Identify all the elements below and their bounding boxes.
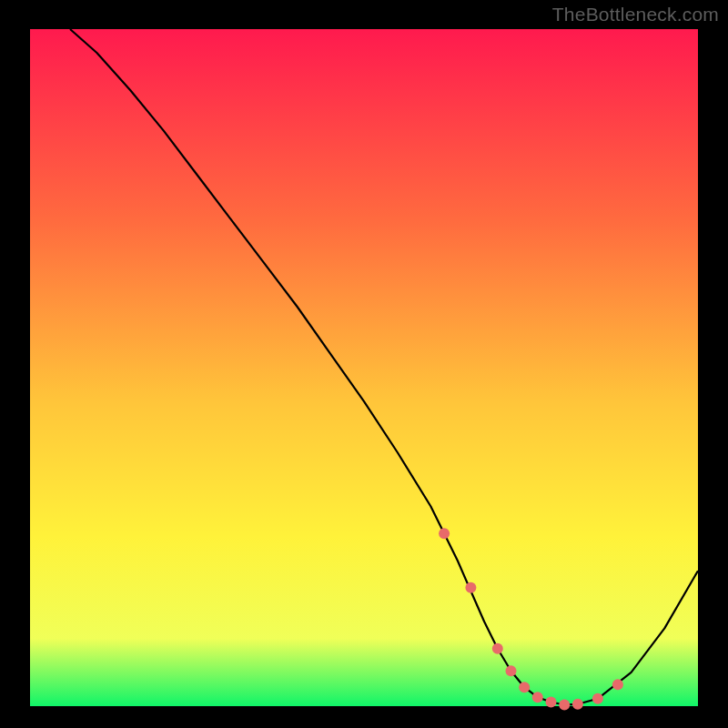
highlight-dot <box>465 582 476 593</box>
bottleneck-chart <box>0 0 728 728</box>
highlight-dot <box>592 693 603 704</box>
watermark-text: TheBottleneck.com <box>552 4 719 25</box>
highlight-dot <box>612 679 623 690</box>
highlight-dot <box>439 528 450 539</box>
gradient-panel <box>30 29 698 706</box>
highlight-dot <box>492 643 503 654</box>
highlight-dot <box>546 697 557 708</box>
highlight-dot <box>572 699 583 710</box>
chart-stage: TheBottleneck.com <box>0 0 728 728</box>
highlight-dot <box>506 665 517 676</box>
highlight-dot <box>519 682 530 693</box>
highlight-dot <box>559 700 570 711</box>
highlight-dot <box>532 692 543 703</box>
